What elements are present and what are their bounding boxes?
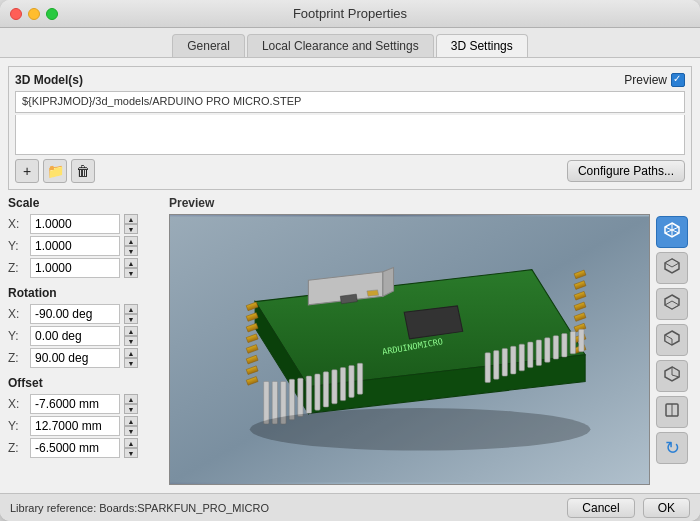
scale-x-input[interactable] bbox=[30, 214, 120, 234]
library-ref-label: Library reference: bbox=[10, 502, 96, 514]
scale-y-spin-down[interactable]: ▼ bbox=[124, 246, 138, 256]
preview-label-header: Preview bbox=[624, 73, 667, 87]
rotation-group: Rotation X: ▲ ▼ Y: ▲ ▼ bbox=[8, 286, 163, 368]
svg-rect-27 bbox=[323, 372, 328, 407]
svg-rect-34 bbox=[502, 348, 507, 376]
offset-z-spin-up[interactable]: ▲ bbox=[124, 438, 138, 448]
center-panel: Preview bbox=[169, 196, 650, 485]
offset-z-spinbox: ▲ ▼ bbox=[124, 438, 138, 458]
scale-x-spin-down[interactable]: ▼ bbox=[124, 224, 138, 234]
offset-y-spin-down[interactable]: ▼ bbox=[124, 426, 138, 436]
cancel-button[interactable]: Cancel bbox=[567, 498, 634, 518]
tab-3d-settings[interactable]: 3D Settings bbox=[436, 34, 528, 57]
svg-marker-49 bbox=[367, 290, 379, 296]
rotation-y-spin-down[interactable]: ▼ bbox=[124, 336, 138, 346]
tab-general[interactable]: General bbox=[172, 34, 245, 57]
rotation-z-input[interactable] bbox=[30, 348, 120, 368]
close-button[interactable] bbox=[10, 8, 22, 20]
offset-z-input[interactable] bbox=[30, 438, 120, 458]
svg-rect-28 bbox=[332, 370, 337, 404]
main-window: Footprint Properties General Local Clear… bbox=[0, 0, 700, 521]
scale-y-label: Y: bbox=[8, 239, 26, 253]
svg-rect-21 bbox=[272, 381, 277, 424]
refresh-icon: ↻ bbox=[665, 437, 680, 459]
model-toolbar: + 📁 🗑 Configure Paths... bbox=[15, 159, 685, 183]
svg-rect-42 bbox=[570, 331, 575, 353]
add-model-button[interactable]: + bbox=[15, 159, 39, 183]
view-back-button[interactable] bbox=[656, 360, 688, 392]
rotation-z-spin-down[interactable]: ▼ bbox=[124, 358, 138, 368]
offset-z-spin-down[interactable]: ▼ bbox=[124, 448, 138, 458]
rotation-x-spin-down[interactable]: ▼ bbox=[124, 314, 138, 324]
view-bottom-button[interactable] bbox=[656, 288, 688, 320]
rotation-x-spin-up[interactable]: ▲ bbox=[124, 304, 138, 314]
3d-preview-svg: ARDUINOMICRO bbox=[170, 215, 649, 484]
scale-x-spin-up[interactable]: ▲ bbox=[124, 214, 138, 224]
traffic-lights bbox=[10, 8, 58, 20]
offset-x-spin-up[interactable]: ▲ bbox=[124, 394, 138, 404]
configure-paths-button[interactable]: Configure Paths... bbox=[567, 160, 685, 182]
offset-y-spinbox: ▲ ▼ bbox=[124, 416, 138, 436]
tab-local-clearance[interactable]: Local Clearance and Settings bbox=[247, 34, 434, 57]
icon-buttons: + 📁 🗑 bbox=[15, 159, 95, 183]
view-isometric-button[interactable] bbox=[656, 216, 688, 248]
scale-group: Scale X: ▲ ▼ Y: ▲ ▼ bbox=[8, 196, 163, 278]
svg-rect-37 bbox=[528, 342, 533, 368]
offset-y-input[interactable] bbox=[30, 416, 120, 436]
offset-z-label: Z: bbox=[8, 441, 26, 455]
offset-x-input[interactable] bbox=[30, 394, 120, 414]
rotation-y-input[interactable] bbox=[30, 326, 120, 346]
offset-y-label: Y: bbox=[8, 419, 26, 433]
view-top-button[interactable] bbox=[656, 252, 688, 284]
plus-icon: + bbox=[23, 163, 31, 179]
scale-z-spin-up[interactable]: ▲ bbox=[124, 258, 138, 268]
rotation-y-label: Y: bbox=[8, 329, 26, 343]
scale-y-spinbox: ▲ ▼ bbox=[124, 236, 138, 256]
svg-rect-31 bbox=[357, 363, 362, 394]
model-section-title: 3D Model(s) bbox=[15, 73, 83, 87]
rotation-x-input[interactable] bbox=[30, 304, 120, 324]
maximize-button[interactable] bbox=[46, 8, 58, 20]
preview-checkbox-row: Preview bbox=[624, 73, 685, 87]
title-bar: Footprint Properties bbox=[0, 0, 700, 28]
svg-marker-56 bbox=[665, 259, 679, 267]
view-bottom-icon bbox=[663, 293, 681, 315]
footer: Library reference: Boards:SPARKFUN_PRO_M… bbox=[0, 493, 700, 521]
preview-checkbox[interactable] bbox=[671, 73, 685, 87]
svg-rect-38 bbox=[536, 340, 541, 366]
svg-marker-45 bbox=[383, 268, 394, 297]
footer-left: Library reference: Boards:SPARKFUN_PRO_M… bbox=[10, 502, 269, 514]
delete-button[interactable]: 🗑 bbox=[71, 159, 95, 183]
svg-rect-25 bbox=[306, 376, 311, 413]
scale-y-input[interactable] bbox=[30, 236, 120, 256]
scale-label: Scale bbox=[8, 196, 163, 210]
refresh-view-button[interactable]: ↻ bbox=[656, 432, 688, 464]
svg-marker-60 bbox=[665, 335, 672, 345]
model-section-header: 3D Model(s) Preview bbox=[15, 73, 685, 87]
view-left-button[interactable] bbox=[656, 396, 688, 428]
rotation-y-spin-up[interactable]: ▲ bbox=[124, 326, 138, 336]
model-section: 3D Model(s) Preview ${KIPRJMOD}/3d_model… bbox=[8, 66, 692, 190]
preview-canvas[interactable]: ARDUINOMICRO bbox=[169, 214, 650, 485]
model-path-text: ${KIPRJMOD}/3d_models/ARDUINO PRO MICRO.… bbox=[22, 95, 301, 107]
offset-x-row: X: ▲ ▼ bbox=[8, 394, 163, 414]
preview-area-label: Preview bbox=[169, 196, 650, 210]
view-front-button[interactable] bbox=[656, 324, 688, 356]
scale-x-label: X: bbox=[8, 217, 26, 231]
svg-rect-24 bbox=[298, 378, 303, 416]
svg-rect-41 bbox=[562, 334, 567, 357]
scale-z-input[interactable] bbox=[30, 258, 120, 278]
offset-x-spin-down[interactable]: ▼ bbox=[124, 404, 138, 414]
folder-button[interactable]: 📁 bbox=[43, 159, 67, 183]
rotation-z-spin-up[interactable]: ▲ bbox=[124, 348, 138, 358]
svg-rect-43 bbox=[579, 329, 584, 351]
ok-button[interactable]: OK bbox=[643, 498, 690, 518]
scale-y-spin-up[interactable]: ▲ bbox=[124, 236, 138, 246]
minimize-button[interactable] bbox=[28, 8, 40, 20]
offset-y-spin-up[interactable]: ▲ bbox=[124, 416, 138, 426]
scale-z-spin-down[interactable]: ▼ bbox=[124, 268, 138, 278]
trash-icon: 🗑 bbox=[76, 163, 90, 179]
svg-marker-58 bbox=[665, 301, 679, 309]
content-area: 3D Model(s) Preview ${KIPRJMOD}/3d_model… bbox=[0, 58, 700, 493]
svg-rect-36 bbox=[519, 344, 524, 371]
